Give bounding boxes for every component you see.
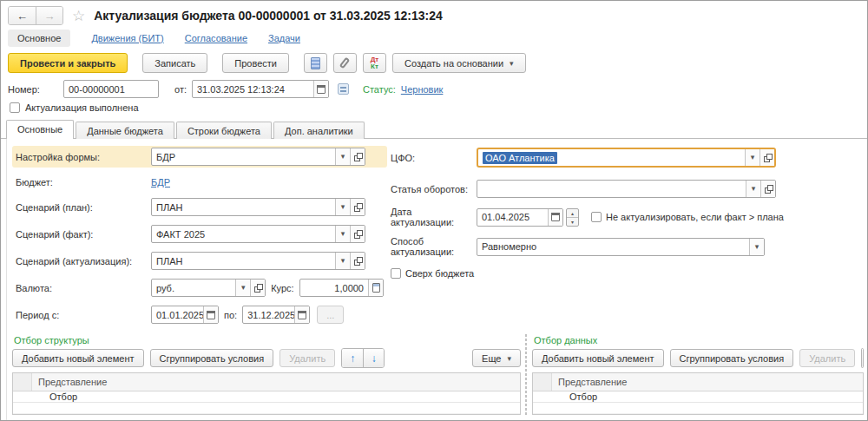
calendar-button[interactable]: [203, 306, 218, 323]
create-based-on-button[interactable]: Создать на основании: [392, 53, 526, 73]
nav-item-approval[interactable]: Согласование: [185, 33, 247, 43]
group-conditions-button[interactable]: Сгруппировать условия: [150, 349, 274, 367]
nav-item-tasks[interactable]: Задачи: [268, 33, 300, 43]
scenario-act-field[interactable]: ПЛАН ▾: [151, 252, 365, 270]
number-input[interactable]: 00-00000001: [63, 80, 159, 98]
delete-button[interactable]: Удалить: [279, 349, 335, 367]
actualization-done-checkbox[interactable]: [10, 102, 20, 113]
nav-item-main[interactable]: Основное: [8, 30, 70, 47]
table-row[interactable]: Отбор: [533, 391, 863, 403]
form-setting-row: Настройка формы: БДР ▾: [12, 146, 387, 168]
document-date-input[interactable]: 31.03.2025 12:13:24: [192, 80, 329, 98]
forward-icon: →: [44, 10, 56, 23]
nav-item-movements[interactable]: Движения (БИТ): [91, 33, 163, 43]
scenario-fact-label: Сценарий (факт):: [16, 229, 151, 240]
data-selection-section: Отбор данных Добавить новый элемент Сгру…: [526, 334, 864, 415]
tab-extra-analytics[interactable]: Доп. аналитики: [273, 122, 365, 139]
document-header-row: Номер: 00-00000001 от: 31.03.2025 12:13:…: [1, 78, 867, 101]
scenario-plan-field[interactable]: ПЛАН ▾: [151, 198, 365, 216]
calendar-icon: [207, 311, 215, 319]
tab-budget-data[interactable]: Данные бюджета: [76, 122, 174, 139]
nav-panel: Основное Движения (БИТ) Согласование Зад…: [1, 27, 867, 51]
spin-up-button[interactable]: ▴: [567, 209, 578, 218]
currency-field[interactable]: руб. ▾: [151, 279, 266, 297]
open-button[interactable]: [350, 199, 365, 215]
titlebar: ← → ☆ Актуализация бюджета 00-00000001 о…: [1, 1, 867, 27]
scenario-fact-row: Сценарий (факт): ФАКТ 2025 ▾: [12, 223, 387, 245]
spin-down-button[interactable]: ▾: [567, 218, 578, 226]
data-selection-title: Отбор данных: [532, 334, 864, 348]
open-button[interactable]: [760, 181, 775, 197]
chevron-down-icon: ▾: [751, 154, 755, 161]
period-more-button[interactable]: ...: [317, 306, 344, 324]
command-toolbar: Провести и закрыть Записать Провести Дт …: [1, 51, 867, 78]
over-budget-label: Сверх бюджета: [405, 268, 474, 279]
open-icon: [354, 230, 362, 238]
chevron-down-icon: ▾: [341, 203, 345, 211]
chevron-down-icon: ▾: [341, 257, 345, 265]
dtkt-button[interactable]: Дт Кт: [363, 53, 386, 73]
over-budget-checkbox[interactable]: [391, 268, 401, 279]
add-element-button[interactable]: Добавить новый элемент: [532, 349, 664, 367]
turnover-item-field[interactable]: ▾: [477, 180, 776, 198]
show-movements-button[interactable]: [304, 53, 327, 73]
dropdown-button[interactable]: ▾: [335, 253, 350, 269]
dropdown-button[interactable]: ▾: [749, 239, 764, 255]
open-button[interactable]: [350, 226, 365, 242]
tab-budget-lines[interactable]: Строки бюджета: [176, 122, 272, 139]
move-up-button[interactable]: ↑: [342, 349, 363, 367]
add-element-button[interactable]: Добавить новый элемент: [12, 349, 144, 367]
calendar-button[interactable]: [548, 209, 562, 226]
actualization-method-label: Способ актуализации:: [391, 236, 477, 257]
group-conditions-button[interactable]: Сгруппировать условия: [670, 349, 794, 367]
calculator-button[interactable]: [368, 280, 383, 296]
move-down-button[interactable]: ↓: [363, 349, 384, 367]
calendar-button[interactable]: [294, 306, 309, 323]
rate-input[interactable]: 1,0000: [299, 279, 384, 297]
actualization-method-field[interactable]: Равномерно ▾: [477, 238, 765, 256]
period-from-input[interactable]: 01.01.2025: [151, 306, 219, 324]
form-setting-field[interactable]: БДР ▾: [151, 148, 365, 166]
no-actualize-checkbox[interactable]: [591, 212, 602, 222]
back-button[interactable]: ←: [9, 7, 36, 24]
calendar-button[interactable]: [313, 81, 328, 97]
write-button[interactable]: Записать: [142, 53, 207, 73]
post-button[interactable]: Провести: [222, 53, 289, 73]
tab-main[interactable]: Основные: [6, 120, 74, 139]
chevron-down-icon: ▾: [755, 243, 760, 251]
open-button[interactable]: [250, 280, 265, 296]
calendar-icon: [298, 311, 306, 319]
open-button[interactable]: [350, 148, 365, 165]
form-left-column: Настройка формы: БДР ▾ Бюджет: БДР Сцена…: [12, 146, 387, 331]
dropdown-button[interactable]: ▾: [746, 181, 760, 197]
budget-label: Бюджет:: [16, 177, 151, 187]
scenario-act-label: Сценарий (актуализация):: [16, 256, 151, 266]
calculator-icon: [372, 283, 380, 293]
subordination-structure-icon[interactable]: [338, 83, 349, 95]
actualization-date-label: Дата актуализации:: [391, 207, 477, 227]
favorite-star-icon[interactable]: ☆: [72, 9, 85, 23]
selection-sections: Отбор структуры Добавить новый элемент С…: [7, 332, 867, 420]
open-button[interactable]: [350, 253, 365, 269]
budget-link[interactable]: БДР: [151, 177, 170, 187]
status-link[interactable]: Черновик: [401, 84, 444, 95]
dropdown-button[interactable]: ▾: [235, 280, 250, 296]
cfo-field[interactable]: ОАО Атлантика ▾: [477, 148, 776, 168]
open-button[interactable]: [760, 149, 774, 166]
actualization-done-row: Актуализация выполнена: [1, 101, 867, 118]
post-and-close-button[interactable]: Провести и закрыть: [8, 53, 128, 73]
table-row[interactable]: Отбор: [13, 391, 520, 403]
dropdown-button[interactable]: ▾: [335, 148, 350, 165]
dropdown-button[interactable]: ▾: [335, 199, 350, 215]
history-buttons: ← →: [8, 6, 63, 25]
actualization-date-input[interactable]: 01.04.2025: [477, 208, 563, 227]
move-up-button[interactable]: ↑: [862, 349, 864, 367]
dropdown-button[interactable]: ▾: [745, 149, 760, 166]
delete-button[interactable]: Удалить: [799, 349, 855, 367]
attachments-button[interactable]: [333, 53, 357, 73]
period-to-input[interactable]: 31.12.2025: [242, 306, 310, 324]
more-button[interactable]: Еще: [472, 349, 521, 367]
scenario-fact-field[interactable]: ФАКТ 2025 ▾: [151, 225, 365, 243]
dropdown-button[interactable]: ▾: [335, 226, 350, 242]
forward-button[interactable]: →: [36, 7, 62, 24]
